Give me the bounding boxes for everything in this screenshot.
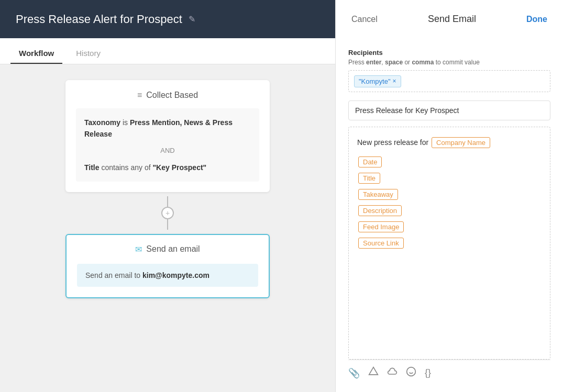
cloud-icon[interactable]: [387, 366, 398, 379]
send-email-header-label: Send Email: [428, 14, 476, 25]
svg-point-1: [407, 367, 416, 376]
token-takeaway[interactable]: Takeaway: [358, 189, 398, 200]
connector-line-top: [167, 196, 168, 207]
cancel-button[interactable]: Cancel: [351, 15, 378, 24]
send-email-card-title: Send an email: [146, 244, 200, 254]
title-condition: Title contains any of "Key Prospect": [84, 162, 251, 173]
email-toolbar: 📎 {}: [348, 360, 550, 382]
subject-field[interactable]: Press Release for Key Prospect: [348, 100, 550, 120]
main-content: Workflow History ≡ Collect Based Taxonom…: [0, 38, 563, 392]
hint-enter: enter: [366, 59, 381, 66]
collect-card-title: Collect Based: [146, 91, 198, 100]
collect-card-body: Taxonomy is Press Mention, News & Press …: [76, 108, 259, 182]
recipient-tag-label: "Kompyte": [359, 77, 391, 85]
email-body-area[interactable]: New press release for Company Name Date …: [348, 127, 550, 360]
send-email-address: kim@kompyte.com: [142, 271, 209, 279]
token-company-name[interactable]: Company Name: [432, 137, 490, 148]
connector-plus[interactable]: +: [161, 207, 174, 219]
send-email-card[interactable]: ✉ Send an email Send an email to kim@kom…: [65, 234, 270, 298]
top-bar: Press Release Alert for Prospect ✎ Cance…: [0, 0, 563, 38]
title-label: Title: [84, 163, 100, 172]
recipients-label: Recipients: [348, 49, 550, 57]
recipients-input-box[interactable]: "Kompyte" ×: [348, 70, 550, 92]
recipients-section: Recipients Press enter, space or comma t…: [348, 49, 550, 92]
done-button[interactable]: Done: [526, 15, 547, 24]
top-bar-left: Press Release Alert for Prospect ✎: [0, 13, 335, 26]
connector: +: [161, 192, 174, 234]
recipient-tag: "Kompyte" ×: [354, 75, 401, 87]
collect-card-header: ≡ Collect Based: [76, 91, 259, 100]
tab-workflow[interactable]: Workflow: [10, 43, 62, 64]
right-panel: Recipients Press enter, space or comma t…: [335, 38, 563, 392]
collect-based-card: ≡ Collect Based Taxonomy is Press Mentio…: [65, 80, 270, 192]
workflow-content: ≡ Collect Based Taxonomy is Press Mentio…: [0, 64, 335, 314]
hint-comma: comma: [412, 59, 434, 66]
token-title[interactable]: Title: [358, 173, 380, 184]
email-body-prefix: New press release for Company Name: [357, 136, 542, 150]
hint-space: space: [385, 59, 403, 66]
taxonomy-condition: Taxonomy is Press Mention, News & Press …: [84, 117, 251, 140]
recipient-remove-icon[interactable]: ×: [393, 77, 396, 85]
and-text: AND: [84, 145, 251, 156]
recipients-hint: Press enter, space or comma to commit va…: [348, 59, 550, 66]
edit-icon[interactable]: ✎: [189, 14, 195, 24]
collect-icon: ≡: [137, 91, 142, 100]
send-email-prefix: Send an email to: [85, 271, 142, 279]
svg-marker-0: [369, 367, 378, 375]
connector-line-bottom: [167, 219, 168, 230]
taxonomy-label: Taxonomy: [84, 118, 120, 127]
top-bar-right: Cancel Send Email Done: [335, 0, 563, 38]
token-date[interactable]: Date: [358, 156, 382, 167]
send-email-card-header: ✉ Send an email: [67, 235, 269, 264]
token-description[interactable]: Description: [358, 205, 402, 216]
title-value: "Key Prospect": [152, 163, 206, 172]
emoji-icon[interactable]: [406, 366, 416, 379]
token-feed-image[interactable]: Feed Image: [358, 221, 404, 232]
tab-history[interactable]: History: [68, 43, 109, 64]
attachment-icon[interactable]: 📎: [348, 367, 360, 379]
send-email-card-body: Send an email to kim@kompyte.com: [77, 264, 258, 287]
code-icon[interactable]: {}: [425, 367, 431, 378]
drive-icon[interactable]: [368, 366, 379, 379]
tabs: Workflow History: [0, 38, 335, 64]
left-panel: Workflow History ≡ Collect Based Taxonom…: [0, 38, 335, 392]
token-source-link[interactable]: Source Link: [358, 238, 404, 249]
page-title: Press Release Alert for Prospect: [16, 13, 182, 26]
tokens-line: Date Title Takeaway Description Feed Ima…: [357, 155, 542, 250]
email-icon: ✉: [135, 244, 142, 254]
